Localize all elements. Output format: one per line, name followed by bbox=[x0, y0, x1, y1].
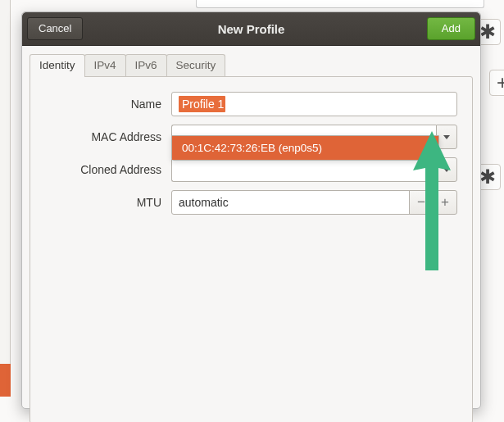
mtu-minus-button[interactable]: − bbox=[409, 190, 434, 215]
chevron-down-icon bbox=[443, 168, 450, 172]
name-label: Name bbox=[30, 98, 171, 111]
cloned-label: Cloned Address bbox=[30, 163, 171, 176]
tab-ipv4[interactable]: IPv4 bbox=[84, 54, 126, 77]
mac-address-dropdown-list: 00:1C:42:73:26:EB (enp0s5) bbox=[171, 135, 439, 161]
dialog-headerbar: Cancel New Profile Add bbox=[22, 12, 480, 46]
add-button[interactable]: Add bbox=[427, 17, 475, 40]
mac-dropdown-option[interactable]: 00:1C:42:73:26:EB (enp0s5) bbox=[172, 136, 438, 160]
plus-button-bg-2[interactable]: + bbox=[489, 70, 504, 96]
mtu-row: MTU − + bbox=[30, 190, 472, 215]
tab-identity[interactable]: Identity bbox=[30, 54, 85, 77]
name-row: Name Profile 1 bbox=[30, 92, 472, 116]
mac-label: MAC Address bbox=[30, 130, 171, 143]
background-orange-strip bbox=[0, 364, 11, 397]
tab-security[interactable]: Security bbox=[166, 54, 226, 77]
cloned-row: Cloned Address bbox=[30, 157, 472, 182]
mtu-stepper: − + bbox=[171, 190, 457, 215]
cloned-address-dropdown-button[interactable] bbox=[436, 157, 457, 182]
tab-ipv6[interactable]: IPv6 bbox=[125, 54, 167, 77]
tab-bar: Identity IPv4 IPv6 Security bbox=[30, 53, 473, 76]
new-profile-dialog: Cancel New Profile Add Identity IPv4 IPv… bbox=[21, 11, 481, 409]
background-partial-tab bbox=[196, 0, 484, 8]
mtu-input[interactable] bbox=[171, 190, 410, 215]
cloned-address-input[interactable] bbox=[171, 157, 436, 182]
name-input[interactable]: Profile 1 bbox=[171, 92, 457, 116]
cloned-address-combo bbox=[171, 157, 457, 182]
name-value-selected: Profile 1 bbox=[179, 96, 225, 112]
cancel-button[interactable]: Cancel bbox=[27, 17, 83, 40]
mtu-label: MTU bbox=[30, 196, 171, 209]
mtu-plus-button[interactable]: + bbox=[433, 190, 457, 215]
dialog-title: New Profile bbox=[22, 22, 480, 36]
background-pane bbox=[0, 0, 11, 385]
tab-panel-identity: Name Profile 1 MAC Address bbox=[30, 76, 473, 422]
chevron-down-icon bbox=[443, 135, 450, 139]
